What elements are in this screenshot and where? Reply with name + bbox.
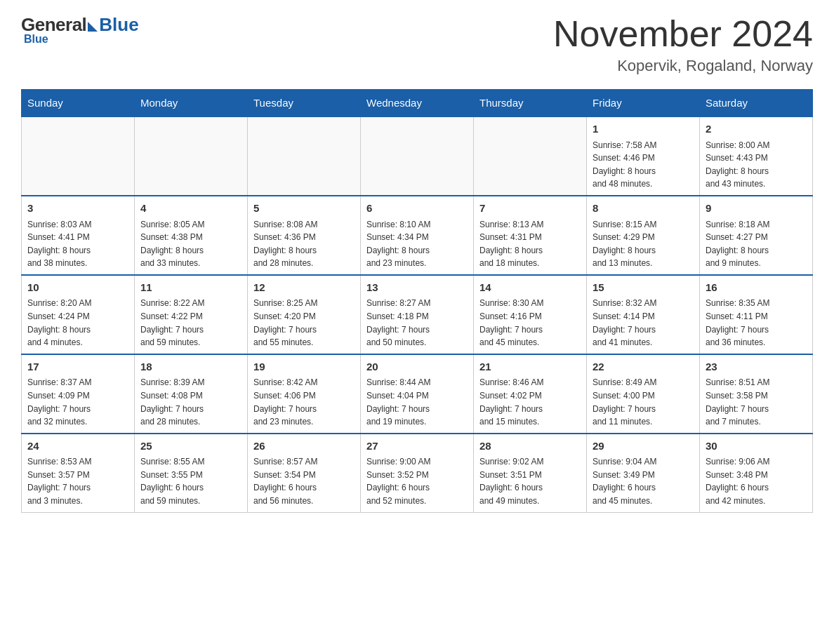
day-info: Sunrise: 8:25 AM Sunset: 4:20 PM Dayligh… [253, 297, 355, 349]
weekday-header-wednesday: Wednesday [361, 90, 474, 117]
month-title: November 2024 [553, 14, 813, 54]
day-number: 13 [366, 280, 468, 296]
day-info: Sunrise: 8:20 AM Sunset: 4:24 PM Dayligh… [27, 297, 128, 349]
day-info: Sunrise: 8:35 AM Sunset: 4:11 PM Dayligh… [706, 297, 807, 349]
calendar-cell: 30Sunrise: 9:06 AM Sunset: 3:48 PM Dayli… [700, 434, 813, 512]
calendar-cell: 13Sunrise: 8:27 AM Sunset: 4:18 PM Dayli… [361, 275, 474, 354]
calendar-cell: 4Sunrise: 8:05 AM Sunset: 4:38 PM Daylig… [135, 196, 248, 275]
calendar-cell [248, 116, 361, 196]
day-info: Sunrise: 9:06 AM Sunset: 3:48 PM Dayligh… [706, 455, 807, 507]
day-info: Sunrise: 8:22 AM Sunset: 4:22 PM Dayligh… [140, 297, 241, 349]
day-number: 9 [706, 201, 807, 217]
day-info: Sunrise: 8:32 AM Sunset: 4:14 PM Dayligh… [593, 297, 694, 349]
day-number: 18 [140, 359, 241, 375]
day-number: 1 [593, 121, 694, 137]
day-info: Sunrise: 8:37 AM Sunset: 4:09 PM Dayligh… [27, 376, 128, 428]
day-info: Sunrise: 8:00 AM Sunset: 4:43 PM Dayligh… [706, 139, 807, 191]
day-number: 24 [27, 438, 128, 455]
day-info: Sunrise: 8:08 AM Sunset: 4:36 PM Dayligh… [253, 218, 355, 270]
header: General Blue Blue November 2024 Kopervik… [21, 14, 813, 75]
logo-blue-text: Blue [99, 14, 138, 36]
weekday-header-saturday: Saturday [700, 90, 813, 117]
week-row-1: 1Sunrise: 7:58 AM Sunset: 4:46 PM Daylig… [22, 116, 813, 196]
day-info: Sunrise: 8:10 AM Sunset: 4:34 PM Dayligh… [366, 218, 468, 270]
calendar-cell: 7Sunrise: 8:13 AM Sunset: 4:31 PM Daylig… [474, 196, 587, 275]
day-info: Sunrise: 8:30 AM Sunset: 4:16 PM Dayligh… [479, 297, 581, 349]
calendar-cell: 12Sunrise: 8:25 AM Sunset: 4:20 PM Dayli… [248, 275, 361, 354]
day-info: Sunrise: 8:13 AM Sunset: 4:31 PM Dayligh… [479, 218, 581, 270]
day-number: 2 [706, 121, 807, 137]
weekday-header-sunday: Sunday [22, 90, 135, 117]
day-number: 11 [140, 280, 241, 296]
calendar-cell: 24Sunrise: 8:53 AM Sunset: 3:57 PM Dayli… [22, 434, 135, 512]
day-info: Sunrise: 8:39 AM Sunset: 4:08 PM Dayligh… [140, 376, 241, 428]
day-info: Sunrise: 8:57 AM Sunset: 3:54 PM Dayligh… [253, 455, 355, 507]
day-info: Sunrise: 9:04 AM Sunset: 3:49 PM Dayligh… [593, 455, 694, 507]
day-number: 15 [593, 280, 694, 296]
day-number: 12 [253, 280, 355, 296]
day-number: 23 [706, 359, 807, 375]
location: Kopervik, Rogaland, Norway [553, 57, 813, 75]
calendar-cell: 9Sunrise: 8:18 AM Sunset: 4:27 PM Daylig… [700, 196, 813, 275]
week-row-3: 10Sunrise: 8:20 AM Sunset: 4:24 PM Dayli… [22, 275, 813, 354]
logo-subtitle: Blue [24, 33, 48, 46]
day-number: 27 [366, 438, 468, 455]
day-info: Sunrise: 8:27 AM Sunset: 4:18 PM Dayligh… [366, 297, 468, 349]
calendar-cell [474, 116, 587, 196]
day-info: Sunrise: 8:03 AM Sunset: 4:41 PM Dayligh… [27, 218, 128, 270]
day-info: Sunrise: 8:46 AM Sunset: 4:02 PM Dayligh… [479, 376, 581, 428]
day-number: 4 [140, 201, 241, 217]
day-info: Sunrise: 8:18 AM Sunset: 4:27 PM Dayligh… [706, 218, 807, 270]
day-number: 14 [479, 280, 581, 296]
day-info: Sunrise: 8:53 AM Sunset: 3:57 PM Dayligh… [27, 455, 128, 507]
day-number: 5 [253, 201, 355, 217]
title-area: November 2024 Kopervik, Rogaland, Norway [553, 14, 813, 75]
calendar-cell: 16Sunrise: 8:35 AM Sunset: 4:11 PM Dayli… [700, 275, 813, 354]
calendar-header: SundayMondayTuesdayWednesdayThursdayFrid… [22, 90, 813, 117]
calendar-cell: 11Sunrise: 8:22 AM Sunset: 4:22 PM Dayli… [135, 275, 248, 354]
day-number: 22 [593, 359, 694, 375]
day-number: 19 [253, 359, 355, 375]
calendar-cell: 3Sunrise: 8:03 AM Sunset: 4:41 PM Daylig… [22, 196, 135, 275]
day-number: 30 [706, 438, 807, 455]
calendar-cell: 29Sunrise: 9:04 AM Sunset: 3:49 PM Dayli… [587, 434, 700, 512]
day-info: Sunrise: 8:51 AM Sunset: 3:58 PM Dayligh… [706, 376, 807, 428]
weekday-header-monday: Monday [135, 90, 248, 117]
day-number: 6 [366, 201, 468, 217]
day-info: Sunrise: 8:15 AM Sunset: 4:29 PM Dayligh… [593, 218, 694, 270]
day-number: 8 [593, 201, 694, 217]
day-number: 21 [479, 359, 581, 375]
calendar-cell: 10Sunrise: 8:20 AM Sunset: 4:24 PM Dayli… [22, 275, 135, 354]
week-row-5: 24Sunrise: 8:53 AM Sunset: 3:57 PM Dayli… [22, 434, 813, 512]
calendar-cell [22, 116, 135, 196]
day-info: Sunrise: 8:05 AM Sunset: 4:38 PM Dayligh… [140, 218, 241, 270]
calendar-cell: 6Sunrise: 8:10 AM Sunset: 4:34 PM Daylig… [361, 196, 474, 275]
day-info: Sunrise: 9:02 AM Sunset: 3:51 PM Dayligh… [479, 455, 581, 507]
day-number: 25 [140, 438, 241, 455]
calendar-cell: 18Sunrise: 8:39 AM Sunset: 4:08 PM Dayli… [135, 354, 248, 434]
day-number: 7 [479, 201, 581, 217]
day-info: Sunrise: 7:58 AM Sunset: 4:46 PM Dayligh… [593, 139, 694, 191]
calendar-cell [135, 116, 248, 196]
day-number: 16 [706, 280, 807, 296]
calendar-cell: 27Sunrise: 9:00 AM Sunset: 3:52 PM Dayli… [361, 434, 474, 512]
calendar-cell: 25Sunrise: 8:55 AM Sunset: 3:55 PM Dayli… [135, 434, 248, 512]
calendar-table: SundayMondayTuesdayWednesdayThursdayFrid… [21, 89, 813, 512]
calendar-body: 1Sunrise: 7:58 AM Sunset: 4:46 PM Daylig… [22, 116, 813, 512]
calendar-cell: 14Sunrise: 8:30 AM Sunset: 4:16 PM Dayli… [474, 275, 587, 354]
calendar-cell: 15Sunrise: 8:32 AM Sunset: 4:14 PM Dayli… [587, 275, 700, 354]
day-info: Sunrise: 8:42 AM Sunset: 4:06 PM Dayligh… [253, 376, 355, 428]
calendar-cell: 22Sunrise: 8:49 AM Sunset: 4:00 PM Dayli… [587, 354, 700, 434]
weekday-header-thursday: Thursday [474, 90, 587, 117]
weekday-header-friday: Friday [587, 90, 700, 117]
day-number: 26 [253, 438, 355, 455]
calendar-cell: 19Sunrise: 8:42 AM Sunset: 4:06 PM Dayli… [248, 354, 361, 434]
day-info: Sunrise: 9:00 AM Sunset: 3:52 PM Dayligh… [366, 455, 468, 507]
calendar-cell: 23Sunrise: 8:51 AM Sunset: 3:58 PM Dayli… [700, 354, 813, 434]
day-number: 10 [27, 280, 128, 296]
calendar-cell: 26Sunrise: 8:57 AM Sunset: 3:54 PM Dayli… [248, 434, 361, 512]
weekday-header-tuesday: Tuesday [248, 90, 361, 117]
calendar-cell: 20Sunrise: 8:44 AM Sunset: 4:04 PM Dayli… [361, 354, 474, 434]
calendar-cell: 21Sunrise: 8:46 AM Sunset: 4:02 PM Dayli… [474, 354, 587, 434]
day-number: 3 [27, 201, 128, 217]
